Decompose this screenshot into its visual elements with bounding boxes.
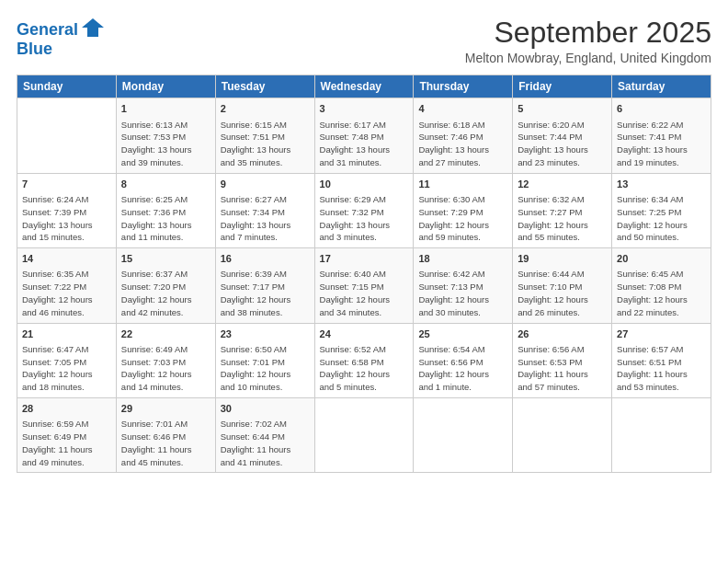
cell-content: Sunrise: 6:22 AMSunset: 7:41 PMDaylight:… bbox=[617, 119, 706, 169]
cell-content: Sunrise: 6:17 AMSunset: 7:48 PMDaylight:… bbox=[320, 119, 409, 169]
svg-marker-0 bbox=[82, 18, 104, 37]
day-number: 26 bbox=[518, 327, 607, 341]
col-thursday: Thursday bbox=[414, 75, 513, 98]
cell-content: Sunrise: 6:47 AMSunset: 7:05 PMDaylight:… bbox=[22, 343, 111, 394]
calendar-week-3: 14Sunrise: 6:35 AMSunset: 7:22 PMDayligh… bbox=[17, 248, 711, 323]
calendar-week-1: 1Sunrise: 6:13 AMSunset: 7:53 PMDaylight… bbox=[17, 98, 711, 173]
calendar-week-4: 21Sunrise: 6:47 AMSunset: 7:05 PMDayligh… bbox=[17, 323, 711, 397]
day-number: 1 bbox=[121, 102, 210, 116]
calendar-cell: 5Sunrise: 6:20 AMSunset: 7:44 PMDaylight… bbox=[513, 98, 612, 173]
cell-content: Sunrise: 6:39 AMSunset: 7:17 PMDaylight:… bbox=[221, 268, 310, 318]
calendar-cell: 29Sunrise: 7:01 AMSunset: 6:46 PMDayligh… bbox=[116, 398, 215, 473]
day-number: 3 bbox=[320, 102, 409, 116]
cell-content: Sunrise: 6:42 AMSunset: 7:13 PMDaylight:… bbox=[418, 268, 507, 318]
calendar-cell: 16Sunrise: 6:39 AMSunset: 7:17 PMDayligh… bbox=[215, 248, 314, 323]
calendar-cell: 3Sunrise: 6:17 AMSunset: 7:48 PMDaylight… bbox=[314, 98, 414, 173]
col-monday: Monday bbox=[116, 75, 215, 98]
day-number: 22 bbox=[121, 327, 210, 341]
calendar-cell: 19Sunrise: 6:44 AMSunset: 7:10 PMDayligh… bbox=[513, 248, 612, 323]
cell-content: Sunrise: 6:25 AMSunset: 7:36 PMDaylight:… bbox=[121, 193, 210, 244]
title-block: September 2025 Melton Mowbray, England, … bbox=[465, 17, 711, 65]
cell-content: Sunrise: 6:44 AMSunset: 7:10 PMDaylight:… bbox=[518, 268, 607, 318]
calendar-cell: 4Sunrise: 6:18 AMSunset: 7:46 PMDaylight… bbox=[414, 98, 513, 173]
cell-content: Sunrise: 6:27 AMSunset: 7:34 PMDaylight:… bbox=[221, 193, 310, 244]
location: Melton Mowbray, England, United Kingdom bbox=[465, 51, 711, 65]
cell-content: Sunrise: 7:02 AMSunset: 6:44 PMDaylight:… bbox=[221, 418, 310, 468]
day-number: 20 bbox=[617, 252, 706, 266]
header-row: Sunday Monday Tuesday Wednesday Thursday… bbox=[17, 75, 711, 98]
day-number: 19 bbox=[518, 252, 607, 266]
cell-content: Sunrise: 6:29 AMSunset: 7:32 PMDaylight:… bbox=[320, 193, 409, 244]
calendar-cell: 7Sunrise: 6:24 AMSunset: 7:39 PMDaylight… bbox=[17, 173, 117, 247]
day-number: 23 bbox=[221, 327, 310, 341]
col-saturday: Saturday bbox=[612, 75, 711, 98]
calendar-cell: 10Sunrise: 6:29 AMSunset: 7:32 PMDayligh… bbox=[314, 173, 414, 247]
day-number: 15 bbox=[121, 252, 210, 266]
cell-content: Sunrise: 6:15 AMSunset: 7:51 PMDaylight:… bbox=[221, 119, 310, 169]
day-number: 8 bbox=[121, 178, 210, 191]
day-number: 25 bbox=[418, 327, 507, 341]
calendar-container: General Blue September 2025 Melton Mowbr… bbox=[0, 0, 728, 484]
cell-content: Sunrise: 6:20 AMSunset: 7:44 PMDaylight:… bbox=[518, 119, 607, 169]
calendar-week-5: 28Sunrise: 6:59 AMSunset: 6:49 PMDayligh… bbox=[17, 398, 711, 473]
calendar-cell bbox=[17, 98, 117, 173]
calendar-cell bbox=[414, 398, 513, 473]
calendar-cell: 17Sunrise: 6:40 AMSunset: 7:15 PMDayligh… bbox=[314, 248, 414, 323]
calendar-cell bbox=[513, 398, 612, 473]
calendar-cell: 6Sunrise: 6:22 AMSunset: 7:41 PMDaylight… bbox=[612, 98, 711, 173]
calendar-cell: 1Sunrise: 6:13 AMSunset: 7:53 PMDaylight… bbox=[116, 98, 215, 173]
calendar-cell: 20Sunrise: 6:45 AMSunset: 7:08 PMDayligh… bbox=[612, 248, 711, 323]
logo-text: General bbox=[17, 21, 78, 40]
calendar-cell: 8Sunrise: 6:25 AMSunset: 7:36 PMDaylight… bbox=[116, 173, 215, 247]
calendar-cell: 22Sunrise: 6:49 AMSunset: 7:03 PMDayligh… bbox=[116, 323, 215, 397]
cell-content: Sunrise: 6:56 AMSunset: 6:53 PMDaylight:… bbox=[518, 343, 607, 394]
col-sunday: Sunday bbox=[17, 75, 117, 98]
cell-content: Sunrise: 6:13 AMSunset: 7:53 PMDaylight:… bbox=[121, 119, 210, 169]
calendar-cell: 2Sunrise: 6:15 AMSunset: 7:51 PMDaylight… bbox=[215, 98, 314, 173]
cell-content: Sunrise: 7:01 AMSunset: 6:46 PMDaylight:… bbox=[121, 418, 210, 468]
cell-content: Sunrise: 6:34 AMSunset: 7:25 PMDaylight:… bbox=[617, 193, 706, 244]
calendar-cell: 14Sunrise: 6:35 AMSunset: 7:22 PMDayligh… bbox=[17, 248, 117, 323]
cell-content: Sunrise: 6:18 AMSunset: 7:46 PMDaylight:… bbox=[418, 119, 507, 169]
logo: General Blue bbox=[17, 20, 106, 59]
cell-content: Sunrise: 6:32 AMSunset: 7:27 PMDaylight:… bbox=[518, 193, 607, 244]
calendar-cell: 15Sunrise: 6:37 AMSunset: 7:20 PMDayligh… bbox=[116, 248, 215, 323]
col-friday: Friday bbox=[513, 75, 612, 98]
day-number: 18 bbox=[418, 252, 507, 266]
calendar-cell: 27Sunrise: 6:57 AMSunset: 6:51 PMDayligh… bbox=[612, 323, 711, 397]
calendar-cell: 26Sunrise: 6:56 AMSunset: 6:53 PMDayligh… bbox=[513, 323, 612, 397]
cell-content: Sunrise: 6:40 AMSunset: 7:15 PMDaylight:… bbox=[320, 268, 409, 318]
month-title: September 2025 bbox=[465, 17, 711, 49]
day-number: 6 bbox=[617, 102, 706, 116]
day-number: 11 bbox=[418, 178, 507, 191]
day-number: 27 bbox=[617, 327, 706, 341]
cell-content: Sunrise: 6:52 AMSunset: 6:58 PMDaylight:… bbox=[320, 343, 409, 394]
day-number: 9 bbox=[221, 178, 310, 191]
cell-content: Sunrise: 6:30 AMSunset: 7:29 PMDaylight:… bbox=[418, 193, 507, 244]
calendar-cell: 12Sunrise: 6:32 AMSunset: 7:27 PMDayligh… bbox=[513, 173, 612, 247]
day-number: 16 bbox=[221, 252, 310, 266]
day-number: 5 bbox=[518, 102, 607, 116]
day-number: 21 bbox=[22, 327, 111, 341]
calendar-cell: 25Sunrise: 6:54 AMSunset: 6:56 PMDayligh… bbox=[414, 323, 513, 397]
calendar-cell: 23Sunrise: 6:50 AMSunset: 7:01 PMDayligh… bbox=[215, 323, 314, 397]
calendar-cell: 30Sunrise: 7:02 AMSunset: 6:44 PMDayligh… bbox=[215, 398, 314, 473]
day-number: 13 bbox=[617, 178, 706, 191]
header: General Blue September 2025 Melton Mowbr… bbox=[17, 17, 711, 65]
logo-icon bbox=[80, 15, 106, 40]
day-number: 10 bbox=[320, 178, 409, 191]
calendar-cell: 13Sunrise: 6:34 AMSunset: 7:25 PMDayligh… bbox=[612, 173, 711, 247]
day-number: 14 bbox=[22, 252, 111, 266]
cell-content: Sunrise: 6:45 AMSunset: 7:08 PMDaylight:… bbox=[617, 268, 706, 318]
cell-content: Sunrise: 6:24 AMSunset: 7:39 PMDaylight:… bbox=[22, 193, 111, 244]
day-number: 7 bbox=[22, 178, 111, 191]
cell-content: Sunrise: 6:35 AMSunset: 7:22 PMDaylight:… bbox=[22, 268, 111, 318]
calendar-cell bbox=[612, 398, 711, 473]
calendar-week-2: 7Sunrise: 6:24 AMSunset: 7:39 PMDaylight… bbox=[17, 173, 711, 247]
logo-blue-text: Blue bbox=[17, 40, 52, 58]
cell-content: Sunrise: 6:37 AMSunset: 7:20 PMDaylight:… bbox=[121, 268, 210, 318]
cell-content: Sunrise: 6:49 AMSunset: 7:03 PMDaylight:… bbox=[121, 343, 210, 394]
col-tuesday: Tuesday bbox=[215, 75, 314, 98]
day-number: 2 bbox=[221, 102, 310, 116]
calendar-cell: 18Sunrise: 6:42 AMSunset: 7:13 PMDayligh… bbox=[414, 248, 513, 323]
